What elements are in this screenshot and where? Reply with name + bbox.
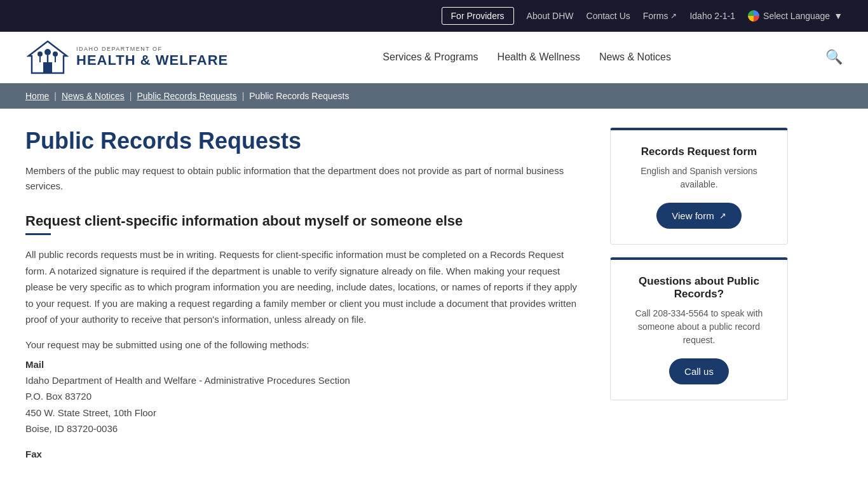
language-selector[interactable]: Select Language ▼ <box>748 10 843 22</box>
idaho-211-link[interactable]: Idaho 2-1-1 <box>689 11 735 21</box>
page-subtitle: Members of the public may request to obt… <box>25 163 585 194</box>
logo-subtitle: Idaho Department of <box>76 46 228 52</box>
breadcrumb-public-records-1[interactable]: Public Records Requests <box>137 91 236 101</box>
breadcrumb-current: Public Records Requests <box>249 91 349 101</box>
nav-services-programs[interactable]: Services & Programs <box>383 51 478 63</box>
submit-methods-text: Your request may be submitted using one … <box>25 339 585 350</box>
google-translate-icon <box>748 10 759 22</box>
body-text: All public records requests must be in w… <box>25 247 585 328</box>
mail-line3: 450 W. State Street, 10th Floor <box>25 405 585 421</box>
breadcrumb-sep-2: | <box>130 91 132 101</box>
logo-area[interactable]: Idaho Department of HEALTH & WELFARE <box>25 38 228 76</box>
nav-news-notices[interactable]: News & Notices <box>599 51 671 63</box>
content-left: Public Records Requests Members of the p… <box>25 128 585 462</box>
for-providers-button[interactable]: For Providers <box>442 7 514 25</box>
mail-line4: Boise, ID 83720-0036 <box>25 421 585 437</box>
breadcrumb-home[interactable]: Home <box>25 91 49 101</box>
nav-health-wellness[interactable]: Health & Wellness <box>498 51 580 63</box>
card1-title: Records Request form <box>623 146 775 158</box>
forms-link[interactable]: Forms ↗ <box>643 11 677 21</box>
call-us-label: Call us <box>684 366 714 377</box>
fax-label: Fax <box>25 449 585 459</box>
breadcrumb-news-notices[interactable]: News & Notices <box>62 91 125 101</box>
public-records-question-card: Questions about Public Records? Call 208… <box>610 257 788 400</box>
svg-rect-1 <box>43 62 52 73</box>
logo-title: HEALTH & WELFARE <box>76 52 228 69</box>
content-right: Records Request form English and Spanish… <box>610 128 788 462</box>
svg-point-4 <box>44 49 51 55</box>
mail-line2: P.O. Box 83720 <box>25 388 585 405</box>
section-heading: Request client-specific information abou… <box>25 213 585 229</box>
about-dhw-link[interactable]: About DHW <box>527 11 574 21</box>
breadcrumb-sep-3: | <box>242 91 245 101</box>
chevron-down-icon: ▼ <box>834 11 843 21</box>
view-form-button[interactable]: View form ↗ <box>656 203 741 229</box>
logo-text: Idaho Department of HEALTH & WELFARE <box>76 46 228 69</box>
mail-label: Mail <box>25 359 585 370</box>
breadcrumb-sep-1: | <box>54 91 57 101</box>
records-request-card: Records Request form English and Spanish… <box>610 128 788 245</box>
main-header: Idaho Department of HEALTH & WELFARE Ser… <box>0 32 868 83</box>
section-underline <box>25 233 51 235</box>
search-button[interactable]: 🔍 <box>825 49 843 65</box>
page-title: Public Records Requests <box>25 128 585 154</box>
card2-title: Questions about Public Records? <box>623 275 775 301</box>
card1-subtitle: English and Spanish versions available. <box>623 165 775 191</box>
call-us-button[interactable]: Call us <box>669 358 729 384</box>
top-bar: For Providers About DHW Contact Us Forms… <box>0 0 868 32</box>
contact-us-link[interactable]: Contact Us <box>587 11 630 21</box>
search-icon: 🔍 <box>825 49 843 65</box>
main-content: Public Records Requests Members of the p… <box>0 109 813 481</box>
mail-section: Mail Idaho Department of Health and Welf… <box>25 359 585 437</box>
main-nav: Services & Programs Health & Wellness Ne… <box>383 51 671 63</box>
mail-line1: Idaho Department of Health and Welfare -… <box>25 372 585 389</box>
external-link-icon: ↗ <box>719 211 726 220</box>
view-form-label: View form <box>672 210 714 221</box>
external-link-icon: ↗ <box>670 11 677 20</box>
logo-svg <box>25 38 70 76</box>
card2-subtitle: Call 208-334-5564 to speak with someone … <box>623 307 775 347</box>
svg-point-2 <box>37 51 43 57</box>
breadcrumb: Home | News & Notices | Public Records R… <box>0 83 868 109</box>
language-selector-label: Select Language <box>763 11 830 21</box>
fax-section: Fax <box>25 449 585 459</box>
svg-point-6 <box>53 51 58 57</box>
